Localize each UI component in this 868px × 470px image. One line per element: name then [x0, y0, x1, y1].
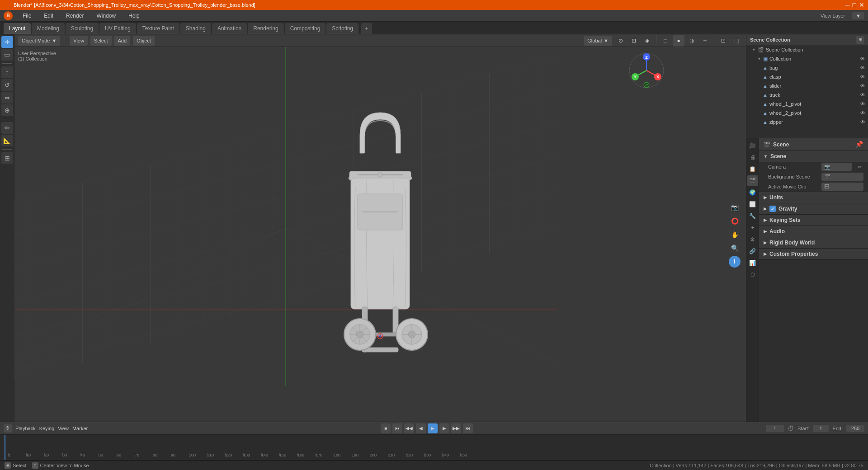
shading-wireframe-btn[interactable]: ◻	[660, 35, 671, 47]
move-tool-btn[interactable]: ↕	[1, 66, 13, 78]
measure-tool-btn[interactable]: 📐	[1, 135, 13, 146]
tab-rendering[interactable]: Rendering	[248, 23, 283, 34]
prop-object-icon[interactable]: ⬜	[747, 199, 758, 210]
tab-layout[interactable]: Layout	[4, 23, 31, 34]
center-view-btn[interactable]: ⊙ Center View to Mouse	[32, 462, 89, 469]
audio-section-header[interactable]: ▶ Audio	[759, 226, 868, 237]
active-clip-value[interactable]: 🎞	[821, 183, 863, 191]
prop-material-icon[interactable]: ⬡	[747, 269, 758, 280]
menu-window[interactable]: Window	[94, 12, 118, 20]
eye-icon[interactable]: 👁	[860, 83, 865, 89]
prev-keyframe-btn[interactable]: ◀	[416, 423, 426, 433]
view-menu-btn[interactable]: View	[70, 36, 88, 46]
extra-tool-btn[interactable]: ⊞	[1, 152, 13, 164]
tab-scripting[interactable]: Scripting	[326, 23, 359, 34]
menu-file[interactable]: File	[20, 12, 34, 20]
transform-tool-btn[interactable]: ⊕	[1, 104, 13, 116]
camera-view-btn[interactable]: 📷	[729, 202, 741, 213]
prop-view-layer-icon[interactable]: 📋	[747, 164, 758, 174]
eye-icon[interactable]: 👁	[860, 74, 865, 80]
outliner-item-slider[interactable]: ▲ slider 👁	[746, 81, 868, 90]
timeline-track[interactable]: 1 10 20 30 40	[0, 435, 868, 460]
object-menu-btn[interactable]: Object	[133, 36, 155, 46]
tab-texture-paint[interactable]: Texture Paint	[137, 23, 179, 34]
add-menu-btn[interactable]: Add	[114, 36, 131, 46]
eye-icon[interactable]: 👁	[860, 56, 865, 61]
xray-btn[interactable]: ⬚	[731, 35, 742, 47]
global-transform-btn[interactable]: Global ▼	[584, 36, 612, 46]
navigation-gizmo[interactable]: Z X Y -Y	[628, 52, 665, 89]
eye-icon[interactable]: 👁	[860, 92, 865, 98]
custom-props-header[interactable]: ▶ Custom Properties	[759, 249, 868, 259]
timeline-view-label[interactable]: View	[58, 426, 69, 431]
prop-world-icon[interactable]: 🌍	[747, 187, 758, 198]
keying-sets-header[interactable]: ▶ Keying Sets	[759, 215, 868, 226]
shader-btn[interactable]: ⭕	[729, 215, 741, 227]
outliner-item-zipper[interactable]: ▲ zipper 👁	[746, 118, 868, 127]
close-btn[interactable]: ✕	[859, 1, 864, 9]
prop-data-icon[interactable]: 📊	[747, 258, 758, 268]
minimize-btn[interactable]: ─	[845, 1, 850, 9]
cursor-tool-btn[interactable]: ✛	[1, 36, 13, 48]
menu-help[interactable]: Help	[126, 12, 142, 20]
marker-label[interactable]: Marker	[72, 426, 88, 431]
outliner-item-wheel1[interactable]: ▲ wheel_1_pivot 👁	[746, 99, 868, 108]
outliner-item-wheel2[interactable]: ▲ wheel_2_pivot 👁	[746, 108, 868, 118]
prop-constraints-icon[interactable]: 🔗	[747, 246, 758, 257]
keying-label[interactable]: Keying	[39, 426, 55, 431]
tab-modeling[interactable]: Modeling	[32, 23, 65, 34]
outliner-item-collection[interactable]: ▼ ▣ Collection 👁	[746, 54, 868, 63]
prop-modifier-icon[interactable]: 🔧	[747, 211, 758, 221]
bg-scene-value[interactable]: 🎬	[821, 173, 863, 181]
tab-compositing[interactable]: Compositing	[285, 23, 326, 34]
snap-to-btn[interactable]: ◈	[641, 35, 653, 47]
menu-edit[interactable]: Edit	[41, 12, 56, 20]
snap-btn[interactable]: ⊡	[628, 35, 640, 47]
outliner-item-scene-collection[interactable]: ▼ 🎬 Scene Collection	[746, 45, 868, 54]
shading-rendered-btn[interactable]: ☀	[699, 35, 711, 47]
overlays-btn[interactable]: ⊡	[717, 35, 729, 47]
current-frame-field[interactable]: 1	[766, 425, 784, 432]
end-frame-field[interactable]: 250	[846, 425, 864, 432]
tab-sculpting[interactable]: Sculpting	[66, 23, 99, 34]
stop-btn[interactable]: ■	[381, 423, 391, 433]
eye-icon[interactable]: 👁	[860, 101, 865, 107]
tab-shading[interactable]: Shading	[180, 23, 211, 34]
gravity-checkbox[interactable]: ✓	[769, 206, 776, 212]
gravity-section-header[interactable]: ▶ ✓ Gravity	[759, 203, 868, 214]
units-section-header[interactable]: ▶ Units	[759, 192, 868, 203]
jump-start-btn[interactable]: ⏮	[392, 423, 402, 433]
viewport-3d[interactable]: User Perspective (1) Collection	[14, 47, 746, 422]
camera-edit-btn[interactable]: ✏	[855, 163, 863, 171]
prop-render-icon[interactable]: 🎥	[747, 140, 758, 151]
play-btn[interactable]: ▶	[428, 423, 438, 433]
hand-pan-btn[interactable]: ✋	[729, 229, 741, 240]
shading-solid-btn[interactable]: ●	[673, 35, 684, 47]
add-workspace-btn[interactable]: +	[361, 23, 372, 34]
jump-end-btn[interactable]: ⏭	[463, 423, 473, 433]
next-keyframe-btn[interactable]: ▶	[439, 423, 449, 433]
properties-pin-btn[interactable]: 📌	[855, 141, 863, 149]
outliner-filter-btn[interactable]: ⊞	[856, 36, 864, 44]
info-btn[interactable]: i	[729, 256, 741, 268]
prop-physics-icon[interactable]: ⚙	[747, 234, 758, 245]
select-mouse-btn[interactable]: ◉ Select	[5, 462, 27, 469]
proportional-edit-btn[interactable]: ⊙	[615, 35, 627, 47]
prop-particles-icon[interactable]: ✦	[747, 222, 758, 233]
camera-value[interactable]: 📷	[821, 163, 852, 171]
outliner-item-truck[interactable]: ▲ truck 👁	[746, 90, 868, 99]
scene-section-header[interactable]: ▼ Scene	[759, 151, 868, 162]
prop-output-icon[interactable]: 🖨	[747, 152, 758, 163]
next-frame-btn[interactable]: ▶▶	[451, 423, 461, 433]
maximize-btn[interactable]: □	[853, 1, 856, 9]
tab-animation[interactable]: Animation	[212, 23, 247, 34]
rotate-tool-btn[interactable]: ↺	[1, 79, 13, 91]
eye-icon[interactable]: 👁	[860, 110, 865, 116]
outliner-item-bag[interactable]: ▲ bag 👁	[746, 63, 868, 72]
prop-scene-icon[interactable]: 🎬	[747, 175, 758, 186]
menu-render[interactable]: Render	[63, 12, 86, 20]
shading-material-btn[interactable]: ◑	[686, 35, 698, 47]
start-frame-field[interactable]: 1	[813, 425, 829, 432]
prev-frame-btn[interactable]: ◀◀	[404, 423, 414, 433]
annotate-tool-btn[interactable]: ✏	[1, 122, 13, 134]
